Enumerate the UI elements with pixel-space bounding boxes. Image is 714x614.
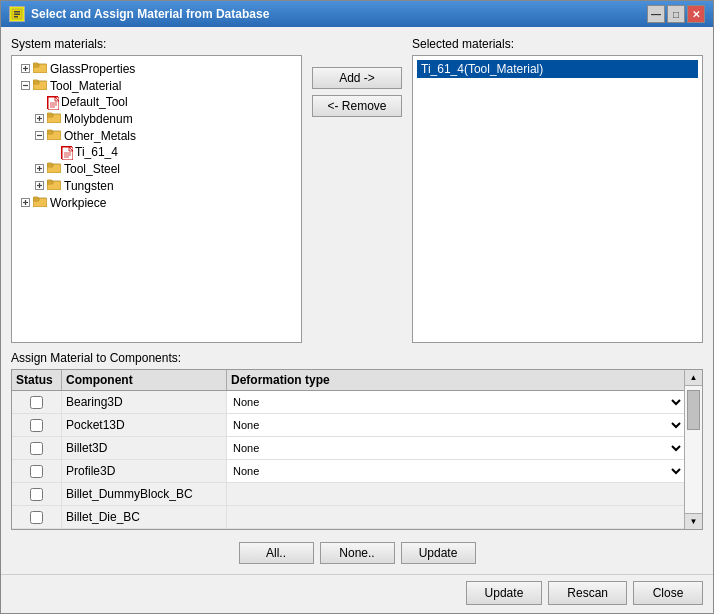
window-title: Select and Assign Material from Database [31, 7, 269, 21]
status-cell [12, 414, 62, 436]
file-icon [47, 96, 58, 109]
status-cell [12, 506, 62, 528]
tree-item[interactable]: Tungsten [16, 177, 297, 194]
minimize-button[interactable]: — [647, 5, 665, 23]
tree-toggle[interactable] [32, 112, 46, 126]
title-bar: Select and Assign Material from Database… [1, 1, 713, 27]
scroll-up-arrow[interactable]: ▲ [685, 370, 702, 386]
tree-toggle[interactable] [18, 196, 32, 210]
all-button[interactable]: All.. [239, 542, 314, 564]
deformation-cell[interactable]: NoneColdHotWarm [227, 437, 684, 459]
table-row: Billet_Die_BC [12, 506, 684, 529]
table-header-cell: Deformation type [227, 370, 684, 390]
component-cell: Billet_DummyBlock_BC [62, 483, 227, 505]
component-cell: Billet_Die_BC [62, 506, 227, 528]
assign-table-container: StatusComponentDeformation type Bearing3… [11, 369, 703, 530]
table-row: Billet_DummyBlock_BC [12, 483, 684, 506]
scroll-down-arrow[interactable]: ▼ [685, 513, 702, 529]
component-cell: Billet3D [62, 437, 227, 459]
window-icon [9, 6, 25, 22]
tree-toggle[interactable] [32, 179, 46, 193]
tree-toggle[interactable] [18, 62, 32, 76]
status-cell [12, 460, 62, 482]
selected-materials-list[interactable]: Ti_61_4(Tool_Material) [412, 55, 703, 343]
folder-icon [33, 195, 47, 210]
svg-rect-53 [33, 197, 38, 199]
tree-item[interactable]: Molybdenum [16, 110, 297, 127]
status-checkbox[interactable] [30, 396, 43, 409]
deformation-select[interactable]: NoneColdHotWarm [227, 460, 684, 482]
tree-toggle[interactable] [46, 145, 60, 159]
tree-toggle[interactable] [32, 129, 46, 143]
main-window: Select and Assign Material from Database… [0, 0, 714, 614]
deformation-cell[interactable]: NoneColdHotWarm [227, 414, 684, 436]
component-cell: Profile3D [62, 460, 227, 482]
tree-item[interactable]: Tool_Material [16, 77, 297, 94]
svg-rect-1 [14, 11, 20, 13]
scroll-thumb[interactable] [687, 390, 700, 430]
close-title-button[interactable]: ✕ [687, 5, 705, 23]
close-button[interactable]: Close [633, 581, 703, 605]
status-checkbox[interactable] [30, 488, 43, 501]
rescan-button[interactable]: Rescan [548, 581, 627, 605]
tree-item-label: Tool_Steel [64, 162, 120, 176]
status-checkbox[interactable] [30, 465, 43, 478]
table-header-cell: Component [62, 370, 227, 390]
tree-item[interactable]: GlassProperties [16, 60, 297, 77]
status-cell [12, 391, 62, 413]
status-checkbox[interactable] [30, 511, 43, 524]
deformation-select[interactable]: NoneColdHotWarm [227, 437, 684, 459]
tree-toggle[interactable] [32, 162, 46, 176]
table-scrollbar[interactable]: ▲ ▼ [684, 370, 702, 529]
table-row: Profile3DNoneColdHotWarm [12, 460, 684, 483]
tree-item-label: Ti_61_4 [75, 145, 118, 159]
maximize-button[interactable]: □ [667, 5, 685, 23]
title-controls: — □ ✕ [647, 5, 705, 23]
svg-rect-25 [47, 113, 52, 115]
status-cell [12, 437, 62, 459]
tree-item-label: Workpiece [50, 196, 106, 210]
assign-label: Assign Material to Components: [11, 351, 703, 365]
component-cell: Bearing3D [62, 391, 227, 413]
status-checkbox[interactable] [30, 442, 43, 455]
table-body: Bearing3DNoneColdHotWarmPocket13DNoneCol… [12, 391, 684, 529]
tree-toggle[interactable] [32, 95, 46, 109]
selected-item[interactable]: Ti_61_4(Tool_Material) [417, 60, 698, 78]
remove-button[interactable]: <- Remove [312, 95, 402, 117]
tree-item[interactable]: Tool_Steel [16, 160, 297, 177]
svg-rect-47 [47, 180, 52, 182]
folder-icon [47, 178, 61, 193]
scroll-track[interactable] [685, 386, 702, 513]
tree-toggle[interactable] [18, 79, 32, 93]
status-cell [12, 483, 62, 505]
tree-item-label: Tool_Material [50, 79, 121, 93]
deformation-cell [227, 483, 684, 505]
folder-icon [47, 161, 61, 176]
system-materials-tree[interactable]: GlassPropertiesTool_Material Default_Too… [11, 55, 302, 343]
component-cell: Pocket13D [62, 414, 227, 436]
add-button[interactable]: Add -> [312, 67, 402, 89]
table-row: Bearing3DNoneColdHotWarm [12, 391, 684, 414]
tree-item[interactable]: Default_Tool [16, 94, 297, 110]
footer: Update Rescan Close [1, 574, 713, 613]
folder-icon [33, 78, 47, 93]
tree-item-label: Tungsten [64, 179, 114, 193]
update-footer-button[interactable]: Update [466, 581, 543, 605]
middle-buttons: Add -> <- Remove [312, 37, 402, 343]
action-buttons: All.. None.. Update [11, 542, 703, 564]
deformation-cell[interactable]: NoneColdHotWarm [227, 391, 684, 413]
tree-item-label: GlassProperties [50, 62, 135, 76]
deformation-cell [227, 506, 684, 528]
status-checkbox[interactable] [30, 419, 43, 432]
tree-item[interactable]: Workpiece [16, 194, 297, 211]
svg-rect-41 [47, 163, 52, 165]
update-table-button[interactable]: Update [401, 542, 476, 564]
tree-item[interactable]: Ti_61_4 [16, 144, 297, 160]
none-button[interactable]: None.. [320, 542, 395, 564]
folder-icon [33, 61, 47, 76]
deformation-select[interactable]: NoneColdHotWarm [227, 414, 684, 436]
deformation-cell[interactable]: NoneColdHotWarm [227, 460, 684, 482]
tree-item[interactable]: Other_Metals [16, 127, 297, 144]
table-header: StatusComponentDeformation type [12, 370, 684, 391]
deformation-select[interactable]: NoneColdHotWarm [227, 391, 684, 413]
